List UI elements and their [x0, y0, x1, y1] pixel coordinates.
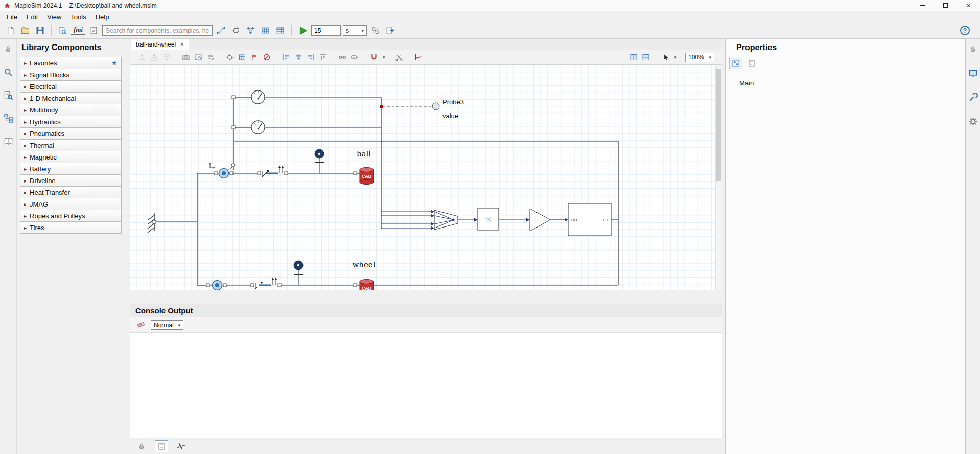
- expand-icon[interactable]: ▸: [24, 225, 27, 231]
- snapshot-icon[interactable]: [180, 52, 191, 63]
- expand-icon[interactable]: ▸: [24, 96, 27, 101]
- console-level-select[interactable]: Normal▾: [151, 320, 183, 330]
- model-canvas[interactable]: Probe3 value: [130, 65, 715, 290]
- model-browser-icon[interactable]: [244, 24, 257, 37]
- expand-icon[interactable]: ▸: [24, 60, 27, 66]
- expand-icon[interactable]: ▸: [24, 84, 27, 89]
- gain-block[interactable]: *K: [478, 208, 499, 230]
- sidebar-item-magnetic[interactable]: ▸Magnetic: [20, 151, 122, 163]
- expand-icon[interactable]: ▸: [24, 119, 27, 125]
- align-center-icon[interactable]: [293, 52, 304, 63]
- sidebar-item-signal-blocks[interactable]: ▸Signal Blocks: [20, 69, 122, 81]
- save-file-icon[interactable]: [34, 24, 46, 37]
- close-button[interactable]: ×: [957, 0, 980, 11]
- amplifier-block[interactable]: [530, 209, 550, 231]
- expand-icon[interactable]: ▸: [24, 107, 27, 113]
- menu-help[interactable]: Help: [91, 12, 114, 22]
- align-top-icon[interactable]: [317, 52, 328, 63]
- sidebar-item-electrical[interactable]: ▸Electrical: [20, 80, 122, 93]
- probe3-component[interactable]: Probe3 value: [380, 98, 464, 120]
- sidebar-item-tires[interactable]: ▸Tires: [20, 221, 122, 234]
- horizontal-splitter[interactable]: [130, 290, 722, 304]
- probe-manager-icon[interactable]: [369, 24, 382, 37]
- expand-icon[interactable]: ▸: [24, 143, 27, 148]
- wheel-revolute-joint[interactable]: [209, 281, 223, 290]
- demote-subsystem-icon[interactable]: [161, 52, 172, 63]
- wheel-cad-geometry[interactable]: CAD: [360, 280, 374, 291]
- sidebar-item-ropes-and-pulleys[interactable]: ▸Ropes and Pulleys: [20, 210, 122, 222]
- parameter-table-icon[interactable]: [274, 24, 287, 37]
- simulation-results-icon[interactable]: [968, 68, 978, 78]
- fmi-icon[interactable]: fmi: [71, 26, 85, 35]
- sidebar-item-favorites[interactable]: ▸Favorites★: [20, 57, 122, 69]
- angle-gauge-component[interactable]: [251, 90, 265, 104]
- scrollbar-thumb[interactable]: [716, 69, 721, 181]
- show-ports-icon[interactable]: [337, 52, 347, 63]
- detailed-search-icon[interactable]: [3, 90, 13, 100]
- chevron-down-icon[interactable]: ▾: [674, 55, 676, 60]
- clear-console-icon[interactable]: [136, 320, 146, 330]
- parameter-grid-icon[interactable]: [259, 24, 272, 37]
- measurement-flag-icon[interactable]: [249, 52, 260, 63]
- simulation-time-input[interactable]: [311, 25, 341, 36]
- library-search-icon[interactable]: [3, 67, 13, 77]
- settings-gear-icon[interactable]: [968, 116, 978, 126]
- console-lock-icon[interactable]: [135, 440, 148, 452]
- sidebar-item-heat-transfer[interactable]: ▸Heat Transfer: [20, 186, 122, 198]
- ball-cad-geometry[interactable]: CAD: [360, 168, 374, 185]
- split-view-horizontal-icon[interactable]: [640, 52, 651, 63]
- maximize-button[interactable]: [934, 0, 957, 11]
- pointer-mode-icon[interactable]: [660, 52, 670, 63]
- ball-angle-sensor[interactable]: [315, 149, 324, 173]
- expand-icon[interactable]: ▸: [24, 72, 27, 78]
- probe-table-icon[interactable]: [237, 52, 247, 63]
- attach-probe-icon[interactable]: [224, 52, 235, 63]
- wheel-rigid-body-component[interactable]: [272, 278, 277, 286]
- refresh-layout-icon[interactable]: [229, 24, 242, 37]
- sidebar-item-driveline[interactable]: ▸Driveline: [20, 174, 122, 187]
- search-input[interactable]: [102, 25, 213, 36]
- sidebar-item-battery[interactable]: ▸Battery: [20, 163, 122, 175]
- expand-icon[interactable]: ▸: [24, 213, 27, 219]
- sidebar-item-thermal[interactable]: ▸Thermal: [20, 139, 122, 151]
- expand-icon[interactable]: ▸: [24, 201, 27, 207]
- force-block[interactable]: RI1 F3: [568, 203, 611, 236]
- menu-edit[interactable]: Edit: [22, 12, 42, 22]
- connection-line-tool-icon[interactable]: [215, 24, 227, 37]
- panel-lock-icon[interactable]: [968, 44, 978, 54]
- console-text-view-icon[interactable]: [155, 440, 168, 452]
- canvas-vertical-scrollbar[interactable]: [715, 65, 722, 290]
- rigid-body-component[interactable]: [278, 166, 284, 174]
- help-icon[interactable]: ?: [960, 26, 970, 35]
- multiplexer-component[interactable]: [434, 210, 458, 230]
- expand-icon[interactable]: ▸: [24, 131, 27, 137]
- expand-icon[interactable]: ▸: [24, 190, 27, 195]
- model-description-icon[interactable]: [87, 24, 100, 37]
- help-book-icon[interactable]: [3, 136, 13, 146]
- align-right-icon[interactable]: [305, 52, 316, 63]
- tab-close-icon[interactable]: ×: [180, 41, 184, 48]
- new-file-icon[interactable]: [4, 24, 17, 37]
- time-unit-select[interactable]: s▾: [343, 25, 367, 36]
- detach-subsystem-icon[interactable]: [136, 52, 147, 63]
- tools-wrench-icon[interactable]: [968, 92, 978, 102]
- speed-gauge-component[interactable]: [251, 121, 265, 134]
- sidebar-item-hydraulics[interactable]: ▸Hydraulics: [20, 116, 122, 128]
- model-tree-icon[interactable]: [3, 113, 13, 123]
- sidebar-item-jmag[interactable]: ▸JMAG: [20, 198, 122, 210]
- zoom-select[interactable]: 100%▾: [685, 53, 714, 62]
- chevron-down-icon[interactable]: ▾: [383, 55, 385, 60]
- console-waveform-icon[interactable]: [175, 440, 188, 452]
- sidebar-item-pneumatics[interactable]: ▸Pneumatics: [20, 127, 122, 140]
- menu-tools[interactable]: Tools: [66, 12, 90, 22]
- search-help-icon[interactable]: [56, 24, 69, 37]
- sidebar-item-multibody[interactable]: ▸Multibody: [20, 104, 122, 116]
- snap-magnet-icon[interactable]: [368, 52, 379, 63]
- expand-icon[interactable]: ▸: [24, 166, 27, 172]
- open-file-icon[interactable]: [19, 24, 32, 37]
- image-icon[interactable]: [193, 52, 203, 63]
- minimize-button[interactable]: [911, 0, 934, 11]
- wheel-angle-sensor[interactable]: [294, 261, 303, 285]
- menu-view[interactable]: View: [42, 12, 66, 22]
- properties-document-tab-icon[interactable]: [745, 58, 758, 69]
